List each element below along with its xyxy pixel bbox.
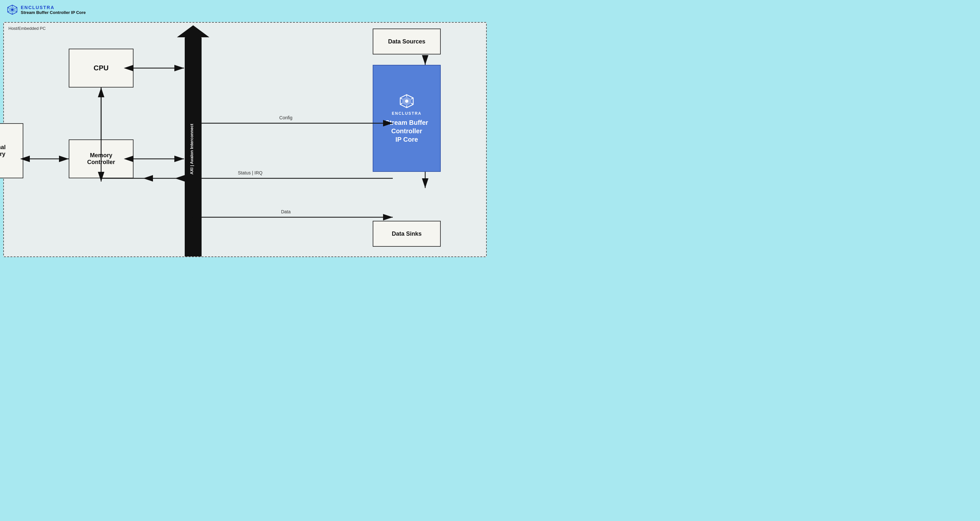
header: eNCLUSTRA Stream Buffer Controller IP Co… [6, 4, 86, 16]
config-label-text: Config [279, 115, 292, 120]
svg-point-2 [11, 8, 13, 11]
sbc-title: Stream BufferControllerIP Core [385, 118, 428, 143]
svg-point-11 [405, 100, 408, 103]
host-label: Host/Embedded PC [8, 26, 46, 31]
data-sources-box: Data Sources [373, 29, 441, 54]
svg-rect-24 [185, 37, 202, 257]
cpu-label: CPU [94, 64, 108, 72]
sbc-logo-icon [399, 93, 415, 109]
header-text: eNCLUSTRA Stream Buffer Controller IP Co… [21, 5, 86, 15]
stream-buffer-controller-box: eNCLUSTRA Stream BufferControllerIP Core [373, 65, 441, 172]
memory-controller-label: MemoryController [87, 152, 115, 166]
external-memory-label: ExternalMemory [0, 144, 6, 158]
status-irq-label-text: Status | IRQ [238, 170, 262, 175]
cpu-box: CPU [69, 49, 134, 88]
svg-marker-25 [177, 25, 209, 37]
enclustra-logo-icon [6, 4, 18, 16]
external-memory-box: ExternalMemory [0, 123, 23, 178]
sbc-brand: eNCLUSTRA [392, 111, 422, 116]
data-sinks-box: Data Sinks [373, 221, 441, 247]
memory-controller-box: MemoryController [69, 139, 134, 178]
diagram-container: Host/Embedded PC CPU MemoryController Ex… [3, 22, 487, 257]
data-label-text: Data [281, 209, 291, 214]
data-sinks-label: Data Sinks [392, 231, 422, 237]
data-sources-label: Data Sources [388, 38, 425, 45]
axi-label: AXI | Avalon Interconnect [189, 124, 194, 174]
brand-name: eNCLUSTRA [21, 5, 86, 10]
product-name: Stream Buffer Controller IP Core [21, 10, 86, 15]
